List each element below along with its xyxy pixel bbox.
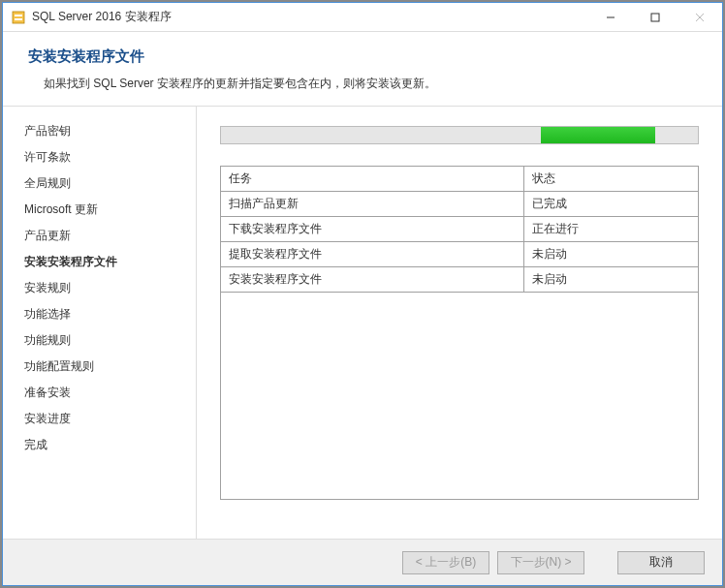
col-status: 状态 bbox=[523, 167, 698, 192]
installer-window: SQL Server 2016 安装程序 安装安装程序文件 如果找到 SQL S… bbox=[2, 2, 723, 586]
body: 产品密钥 许可条款 全局规则 Microsoft 更新 产品更新 安装安装程序文… bbox=[3, 107, 722, 539]
sidebar-item-complete[interactable]: 完成 bbox=[24, 432, 196, 458]
cell-status: 未启动 bbox=[523, 267, 698, 293]
page-description: 如果找到 SQL Server 安装程序的更新并指定要包含在内，则将安装该更新。 bbox=[28, 76, 697, 92]
cell-status: 已完成 bbox=[523, 192, 698, 217]
cancel-button[interactable]: 取消 bbox=[617, 551, 705, 574]
minimize-button[interactable] bbox=[588, 3, 633, 31]
table-empty-area bbox=[220, 293, 699, 500]
app-icon bbox=[11, 10, 26, 25]
table-row: 提取安装程序文件 未启动 bbox=[221, 242, 699, 267]
header: 安装安装程序文件 如果找到 SQL Server 安装程序的更新并指定要包含在内… bbox=[3, 32, 722, 107]
cell-task: 扫描产品更新 bbox=[221, 192, 524, 217]
sidebar-item-feature-rules[interactable]: 功能规则 bbox=[24, 327, 196, 354]
task-table: 任务 状态 扫描产品更新 已完成 下载安装程序文件 正在进行 提取安装程序文件 bbox=[220, 166, 699, 293]
table-row: 扫描产品更新 已完成 bbox=[221, 192, 699, 217]
table-header-row: 任务 状态 bbox=[221, 167, 699, 192]
sidebar-item-ms-update[interactable]: Microsoft 更新 bbox=[24, 197, 196, 223]
col-task: 任务 bbox=[221, 167, 524, 192]
cell-status: 未启动 bbox=[523, 242, 698, 267]
sidebar-item-global-rules[interactable]: 全局规则 bbox=[24, 170, 196, 197]
next-button[interactable]: 下一步(N) > bbox=[497, 551, 584, 574]
svg-rect-2 bbox=[15, 18, 22, 20]
sidebar-item-product-update[interactable]: 产品更新 bbox=[24, 223, 196, 249]
spacer bbox=[220, 500, 699, 529]
progress-bar bbox=[220, 126, 699, 144]
sidebar-item-ready-install[interactable]: 准备安装 bbox=[24, 380, 196, 406]
footer: < 上一步(B) 下一步(N) > 取消 bbox=[3, 539, 722, 585]
table-row: 下载安装程序文件 正在进行 bbox=[221, 217, 699, 242]
sidebar-item-license[interactable]: 许可条款 bbox=[24, 144, 196, 170]
sidebar-item-product-key[interactable]: 产品密钥 bbox=[24, 118, 196, 144]
cell-status: 正在进行 bbox=[523, 217, 698, 242]
back-button[interactable]: < 上一步(B) bbox=[402, 551, 489, 574]
main-pane: 任务 状态 扫描产品更新 已完成 下载安装程序文件 正在进行 提取安装程序文件 bbox=[197, 107, 722, 539]
sidebar-item-install-setup-files[interactable]: 安装安装程序文件 bbox=[24, 249, 196, 275]
window-title: SQL Server 2016 安装程序 bbox=[32, 9, 588, 25]
titlebar: SQL Server 2016 安装程序 bbox=[3, 3, 722, 32]
close-button[interactable] bbox=[678, 3, 722, 31]
page-title: 安装安装程序文件 bbox=[28, 47, 697, 66]
sidebar-item-install-progress[interactable]: 安装进度 bbox=[24, 406, 196, 432]
table-row: 安装安装程序文件 未启动 bbox=[221, 267, 699, 293]
sidebar-item-feature-selection[interactable]: 功能选择 bbox=[24, 301, 196, 327]
sidebar: 产品密钥 许可条款 全局规则 Microsoft 更新 产品更新 安装安装程序文… bbox=[3, 107, 197, 539]
cell-task: 提取安装程序文件 bbox=[221, 242, 524, 267]
sidebar-item-feature-config-rules[interactable]: 功能配置规则 bbox=[24, 354, 196, 380]
maximize-button[interactable] bbox=[633, 3, 678, 31]
svg-rect-4 bbox=[651, 14, 659, 21]
svg-rect-1 bbox=[15, 15, 22, 16]
window-controls bbox=[588, 3, 722, 31]
cell-task: 下载安装程序文件 bbox=[221, 217, 524, 242]
progress-bar-fill bbox=[541, 127, 655, 143]
cell-task: 安装安装程序文件 bbox=[221, 267, 524, 293]
svg-rect-0 bbox=[13, 12, 24, 23]
sidebar-item-install-rules[interactable]: 安装规则 bbox=[24, 275, 196, 301]
